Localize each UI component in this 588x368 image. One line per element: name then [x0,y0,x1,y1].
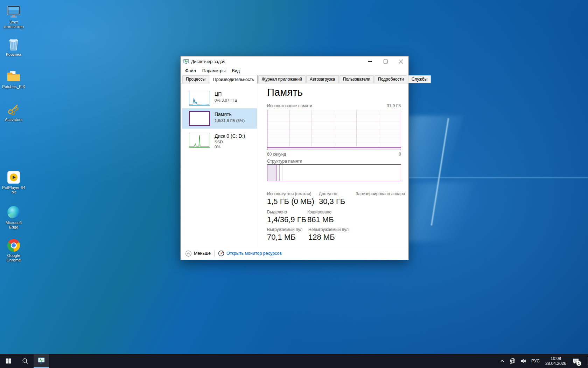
disk-detail-usage: 0% [215,145,220,149]
notification-count-badge: 1 [576,361,581,366]
tab-startup[interactable]: Автозагрузка [306,75,339,83]
menu-options[interactable]: Параметры [199,68,229,74]
resource-monitor-icon [218,250,224,257]
sidebar-item-memory-selected[interactable]: Память 1,6/31,9 ГБ (5%) [182,108,257,129]
desktop-icon-google-chrome[interactable]: Google Chrome [1,238,27,263]
tab-users[interactable]: Пользователи [340,75,374,83]
stat-label-paged-pool: Выгружаемый пул [267,227,302,232]
stat-label-available: Доступно [319,191,337,196]
tab-app-history[interactable]: Журнал приложений [258,75,306,83]
task-manager-app-icon [183,59,189,64]
memory-usage-line [267,147,401,148]
stat-label-committed: Выделено [267,210,287,214]
clock-time: 10:08 [545,356,566,361]
desktop-icon-this-pc[interactable]: Этот компьютер [1,5,27,29]
this-pc-icon [1,5,27,19]
memory-composition-label: Структура памяти [267,159,302,164]
menu-view[interactable]: Вид [229,68,243,74]
fewer-details-label: Меньше [194,251,211,256]
composition-segment-modified [276,165,280,181]
desktop-icon-activators[interactable]: Activators [1,102,27,122]
memory-mini-graph [189,111,210,126]
stat-value-available: 30,3 ГБ [319,197,345,206]
windows-logo-icon [5,358,12,364]
desktop-icon-label: Корзина [1,52,27,57]
volume-icon[interactable] [519,354,528,368]
panel-title: Память [267,87,303,98]
taskbar-search-button[interactable] [17,354,34,368]
footer-divider [214,250,215,257]
tray-chevron-up-icon[interactable] [498,354,507,368]
desktop-icon-microsoft-edge[interactable]: Microsoft Edge [1,205,27,230]
taskbar-clock[interactable]: 10:08 28.04.2026 [543,356,568,366]
composition-segment-standby [280,165,282,181]
memory-name: Память [215,111,232,117]
memory-composition-bar[interactable] [267,164,401,181]
language-indicator[interactable]: РУС [529,359,542,363]
cpu-name: ЦП [215,91,222,97]
title-bar[interactable]: Диспетчер задач [181,56,408,67]
desktop-icon-label: Activators [1,117,27,122]
task-manager-taskbar-icon [37,357,45,364]
desktop-icon-label: Patches_FIX [1,84,27,89]
fewer-details-button[interactable]: Меньше [186,251,211,257]
stat-value-in-use: 1,5 ГБ (0 МБ) [267,197,314,206]
desktop-icon-recycle-bin[interactable]: Корзина [1,37,27,57]
disk-mini-graph [189,133,210,148]
desktop-icon-potplayer[interactable]: PotPlayer 64 bit [1,170,27,195]
tab-processes[interactable]: Процессы [182,75,209,83]
open-resource-monitor-link[interactable]: Открыть монитор ресурсов [218,250,282,257]
search-icon [22,357,29,364]
stat-label-hardware-reserved: Зарезервировано аппара... [356,191,406,196]
disk-name: Диск 0 (C: D:) [215,133,245,139]
tab-details[interactable]: Подробности [374,75,407,83]
keys-icon [1,102,27,116]
graph-timespan-label: 60 секунд [267,152,286,157]
stat-value-paged-pool: 70,1 МБ [267,233,296,242]
window-title: Диспетчер задач [191,59,225,64]
desktop-icon-label: PotPlayer 64 bit [1,185,27,195]
folder-icon [1,69,27,83]
menu-bar: Файл Параметры Вид [181,67,408,75]
desktop-icon-label: Этот компьютер [1,20,27,29]
composition-segment-in-use [267,165,276,181]
close-button[interactable] [393,56,408,67]
tab-services[interactable]: Службы [408,75,431,83]
stat-label-cached: Кэшировано [307,210,331,214]
memory-usage-graph [267,110,401,150]
stat-label-non-paged-pool: Невыгружаемый пул [308,227,349,232]
sidebar-item-cpu[interactable]: ЦП 0% 3,07 ГГц [182,88,257,108]
edge-icon [1,205,27,219]
desktop-icon-label: Microsoft Edge [1,220,27,230]
memory-detail: 1,6/31,9 ГБ (5%) [215,118,245,123]
menu-file[interactable]: Файл [182,68,199,74]
disk-detail-type: SSD [215,140,223,144]
action-center-button[interactable]: 1 [570,354,582,368]
stat-value-committed: 1,4/36,9 ГБ [267,215,306,224]
potplayer-icon [1,170,27,184]
task-manager-window: Диспетчер задач Файл Параметры Вид Проце… [180,56,409,260]
taskbar: РУС 10:08 28.04.2026 1 [0,354,588,368]
stat-value-non-paged-pool: 128 МБ [308,233,335,242]
stat-label-in-use: Используется (сжатая) [267,191,312,196]
network-globe-icon[interactable] [508,354,517,368]
tab-performance[interactable]: Производительность [210,75,257,83]
recycle-bin-icon [1,37,27,51]
clock-date: 28.04.2026 [545,361,566,366]
window-footer: Меньше Открыть монитор ресурсов [181,247,408,260]
system-tray: РУС 10:08 28.04.2026 1 [498,354,586,368]
sidebar-item-disk0[interactable]: Диск 0 (C: D:) SSD 0% [182,130,257,155]
chevron-up-circle-icon [186,251,191,257]
cpu-detail: 0% 3,07 ГГц [215,98,237,102]
maximize-button[interactable] [378,56,393,67]
minimize-button[interactable] [362,56,378,67]
cpu-mini-graph [189,91,210,105]
tab-strip: Процессы Производительность Журнал прило… [181,75,408,83]
start-button[interactable] [0,354,17,368]
sidebar-divider [258,83,258,247]
wallpaper-light-edge [431,118,449,226]
desktop-icon-patches-fix-folder[interactable]: Patches_FIX [1,69,27,89]
memory-total-label: 31,9 ГБ [387,103,401,108]
desktop-wallpaper: Этот компьютер Корзина Patches_FIX [0,0,588,368]
taskbar-app-task-manager[interactable] [34,354,49,368]
